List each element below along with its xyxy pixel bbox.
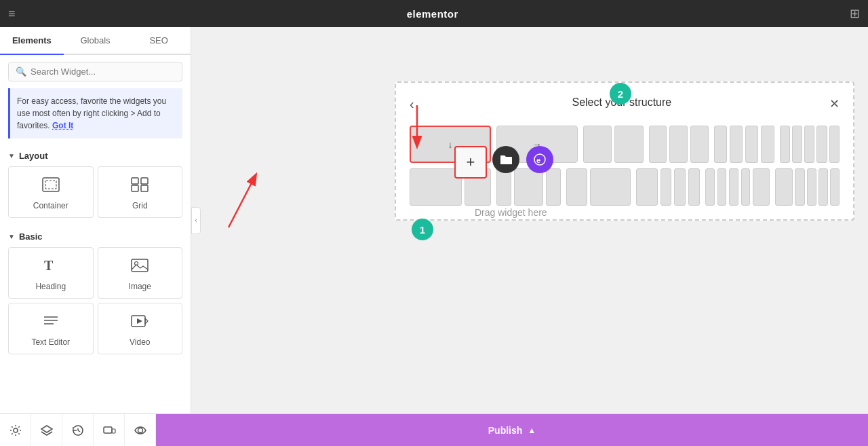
structure-vc5[interactable]: [830, 168, 840, 206]
structure-f2[interactable]: [792, 126, 802, 163]
elementor-logo-button[interactable]: e: [526, 146, 553, 173]
bottom-toolbar: Publish ▲: [0, 413, 868, 446]
svg-line-18: [229, 175, 256, 227]
widget-image[interactable]: Image: [98, 247, 183, 299]
responsive-icon-button[interactable]: [94, 414, 125, 447]
structure-sc2[interactable]: [514, 168, 542, 206]
widget-video[interactable]: Video: [98, 303, 183, 354]
sidebar-tabs: Elements Globals SEO: [0, 27, 191, 55]
structure-cx1[interactable]: [705, 168, 714, 206]
publish-button[interactable]: Publish ▲: [156, 414, 868, 447]
collapse-sidebar-handle[interactable]: ‹: [191, 207, 201, 234]
text-editor-icon: [41, 313, 60, 333]
basic-section-label: Basic: [19, 231, 43, 242]
structure-f3[interactable]: [804, 126, 814, 163]
folder-icon-button[interactable]: [492, 146, 519, 173]
search-input[interactable]: [31, 67, 175, 77]
structure-3p1-b[interactable]: [660, 168, 672, 206]
structure-third-1[interactable]: [649, 126, 667, 163]
layers-icon-button[interactable]: [31, 414, 62, 447]
structure-half-left[interactable]: [583, 126, 612, 163]
section-layout-header[interactable]: ▼ Layout: [0, 145, 191, 166]
grid-label: Grid: [132, 201, 148, 210]
structure-vc2[interactable]: [795, 168, 804, 206]
search-icon: 🔍: [16, 67, 26, 77]
container-label: Container: [33, 201, 68, 210]
structure-3p1-a[interactable]: [636, 168, 658, 206]
layout-section-label: Layout: [19, 151, 48, 161]
structure-q1[interactable]: [714, 126, 727, 163]
structure-q4[interactable]: [761, 126, 774, 163]
widget-text-editor[interactable]: Text Editor: [8, 303, 94, 354]
structure-third-3[interactable]: [690, 126, 709, 163]
structure-vc3[interactable]: [807, 168, 816, 206]
structure-sc1[interactable]: [496, 168, 511, 206]
basic-widget-grid: T Heading Image: [0, 247, 191, 363]
structure-f1[interactable]: [780, 126, 790, 163]
canvas-area: ‹ ‹ Select your structure ✕ ↓ →: [191, 27, 868, 413]
structure-f4[interactable]: [816, 126, 827, 163]
header: ≡ elementor ⊞: [0, 0, 868, 27]
promo-banner: For easy access, favorite the widgets yo…: [8, 88, 182, 138]
structure-3p1-d[interactable]: [688, 168, 700, 206]
preview-icon-button[interactable]: [125, 414, 156, 447]
heading-icon: T: [41, 257, 60, 278]
structure-3p1-c[interactable]: [674, 168, 686, 206]
grid-icon: [130, 176, 149, 197]
panel-back-button[interactable]: ‹: [410, 96, 414, 112]
structure-q2[interactable]: [730, 126, 743, 163]
section-basic-header[interactable]: ▼ Basic: [0, 226, 191, 247]
widget-container[interactable]: Container: [8, 166, 94, 218]
container-icon: [41, 176, 60, 197]
svg-marker-14: [137, 318, 142, 324]
layout-arrow-icon: ▼: [8, 152, 15, 160]
grid-view-icon[interactable]: ⊞: [850, 6, 860, 21]
structure-cx4[interactable]: [741, 168, 750, 206]
heading-label: Heading: [35, 282, 66, 291]
svg-rect-3: [141, 178, 148, 184]
svg-marker-21: [41, 426, 52, 432]
promo-link[interactable]: Got It: [52, 121, 73, 130]
main-layout: Elements Globals SEO 🔍 For easy access, …: [0, 27, 868, 413]
settings-icon-button[interactable]: [0, 414, 31, 447]
add-container-button[interactable]: +: [454, 146, 487, 179]
image-label: Image: [129, 282, 151, 291]
video-icon: [130, 313, 149, 333]
publish-label: Publish: [488, 425, 523, 436]
hamburger-menu-icon[interactable]: ≡: [8, 7, 16, 21]
widget-grid[interactable]: Grid: [98, 166, 183, 218]
panel-close-button[interactable]: ✕: [829, 96, 840, 111]
structure-cx2[interactable]: [717, 168, 726, 206]
structure-third-2[interactable]: [669, 126, 688, 163]
svg-rect-4: [132, 185, 138, 191]
structure-cx5[interactable]: [753, 168, 770, 206]
svg-line-23: [78, 430, 80, 432]
down-arrow-icon: ↓: [448, 139, 453, 150]
structure-vc1[interactable]: [775, 168, 793, 206]
tab-globals[interactable]: Globals: [64, 27, 127, 54]
svg-point-20: [14, 428, 18, 432]
svg-rect-1: [45, 181, 56, 189]
structure-sr1[interactable]: [566, 168, 587, 206]
widget-heading[interactable]: T Heading: [8, 247, 94, 299]
structure-cx3[interactable]: [729, 168, 738, 206]
image-icon: [130, 257, 149, 278]
tab-elements[interactable]: Elements: [0, 27, 64, 55]
structure-sc3[interactable]: [546, 168, 561, 206]
video-label: Video: [130, 337, 150, 347]
step-1-bubble: 1: [412, 219, 433, 240]
structure-sr2[interactable]: [590, 168, 631, 206]
svg-rect-2: [132, 178, 138, 184]
structure-vc4[interactable]: [818, 168, 828, 206]
history-icon-button[interactable]: [62, 414, 94, 447]
basic-arrow-icon: ▼: [8, 233, 15, 240]
structure-half-right[interactable]: [614, 126, 643, 163]
svg-rect-5: [141, 185, 148, 191]
plus-icon: +: [467, 153, 475, 171]
svg-point-26: [138, 428, 142, 432]
structure-q3[interactable]: [745, 126, 758, 163]
tab-seo[interactable]: SEO: [127, 27, 191, 54]
svg-rect-7: [132, 259, 148, 272]
structure-f5[interactable]: [829, 126, 840, 163]
svg-text:e: e: [536, 156, 540, 164]
